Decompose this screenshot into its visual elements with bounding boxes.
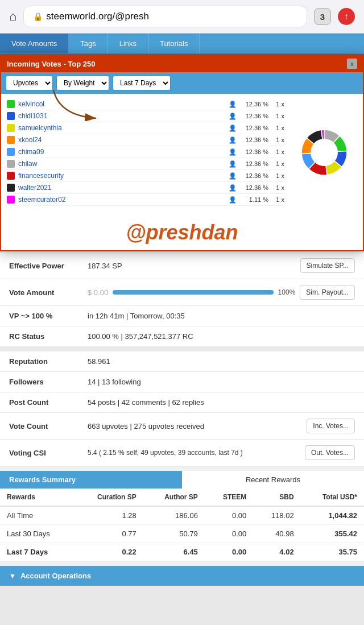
vp-row: VP ~> 100 % in 12h 41m | Tomorrow, 00:35: [0, 306, 364, 326]
upload-button[interactable]: ↑: [338, 8, 355, 25]
rewards-value: 1.28: [75, 506, 143, 525]
rewards-period: Last 7 Days: [0, 543, 75, 561]
rewards-column-header: Rewards: [0, 489, 75, 506]
vote-username[interactable]: chidi1031: [18, 112, 225, 120]
vote-list: kelvincol 👤 12.36 % 1 x chidi1031 👤 12.3…: [6, 98, 286, 206]
inc-votes-button[interactable]: Inc. Votes...: [307, 419, 355, 433]
stats-section: Effective Power 187.34 SP Simulate SP...…: [0, 253, 364, 466]
account-operations-bar[interactable]: ▼ Account Operations: [0, 566, 364, 586]
rewards-value: 186.06: [143, 506, 205, 525]
popup-close-button[interactable]: x: [347, 59, 357, 69]
vote-list-item: samuelcynthia 👤 12.36 % 1 x: [6, 122, 286, 134]
vote-progress-fill: [113, 290, 273, 295]
vote-username[interactable]: financesecurity: [18, 172, 225, 180]
voting-csi-value: 5.4 ( 2.15 % self, 49 upvotes, 39 accoun…: [88, 449, 300, 457]
vote-count-value: 663 upvotes | 275 upvotes received: [88, 422, 302, 431]
vote-percentage: 12.36 %: [240, 148, 268, 155]
vote-amount-label: Vote Amount: [9, 288, 83, 297]
rewards-column-header: Author SP: [143, 489, 205, 506]
tab-tutorials[interactable]: Tutorials: [148, 34, 200, 53]
tab-count-badge[interactable]: 3: [314, 8, 331, 25]
vote-username[interactable]: samuelcynthia: [18, 124, 225, 132]
rewards-column-header: STEEM: [205, 489, 253, 506]
vote-list-item: chidi1031 👤 12.36 % 1 x: [6, 110, 286, 122]
vote-percentage: 12.36 %: [240, 160, 268, 167]
rc-value: 100.00 % | 357,247,521,377 RC: [88, 332, 355, 341]
account-ops-label: Account Operations: [20, 572, 91, 580]
home-icon[interactable]: ⌂: [9, 9, 16, 24]
vote-count-row: Vote Count 663 upvotes | 275 upvotes rec…: [0, 413, 364, 440]
url-text: steemworld.org/@presh: [46, 11, 149, 22]
rewards-column-header: Total USD*: [301, 489, 364, 506]
effective-power-row: Effective Power 187.34 SP Simulate SP...: [0, 253, 364, 279]
vote-color-swatch: [7, 172, 15, 180]
popup-header: Incoming Votes - Top 250 x: [1, 55, 363, 72]
rewards-value: 0.00: [205, 506, 253, 525]
upload-icon: ↑: [344, 11, 349, 22]
effective-power-label: Effective Power: [9, 262, 83, 270]
reputation-label: Reputation: [9, 357, 83, 366]
vote-username[interactable]: walter2021: [18, 184, 225, 192]
rewards-value: 1,044.82: [301, 506, 364, 525]
voting-csi-label: Voting CSI: [9, 449, 83, 457]
popup-body: kelvincol 👤 12.36 % 1 x chidi1031 👤 12.3…: [1, 94, 363, 210]
donut-chart: [290, 98, 358, 206]
vote-count-label: Vote Count: [9, 422, 83, 431]
sim-payout-button[interactable]: Sim. Payout...: [300, 285, 355, 300]
person-icon: 👤: [229, 172, 237, 180]
vote-count: 1 x: [272, 196, 284, 203]
vote-username[interactable]: steemcurator02: [18, 196, 225, 204]
vote-amount-row: Vote Amount $ 0.00 100% Sim. Payout...: [0, 279, 364, 306]
vote-amount-pct: 100%: [278, 288, 296, 296]
rewards-value: 40.98: [253, 525, 300, 543]
incoming-votes-popup: Incoming Votes - Top 250 x Upvotes By We…: [0, 54, 364, 251]
vote-amount-value: $ 0.00: [88, 288, 108, 297]
browser-bar: ⌂ 🔒 steemworld.org/@presh 3 ↑: [0, 0, 364, 34]
out-votes-button[interactable]: Out. Votes...: [305, 445, 355, 460]
vote-color-swatch: [7, 136, 15, 144]
vote-color-swatch: [7, 160, 15, 168]
effective-power-value: 187.34 SP: [88, 262, 296, 270]
tab-links[interactable]: Links: [108, 34, 148, 53]
reputation-value: 58.961: [88, 357, 355, 366]
rewards-column-header: Curation SP: [75, 489, 143, 506]
rewards-table-row: Last 7 Days0.226.450.004.0235.75: [0, 543, 364, 561]
rewards-value: 0.77: [75, 525, 143, 543]
followers-value: 14 | 13 following: [88, 378, 355, 386]
tab-vote-amounts[interactable]: Vote Amounts: [0, 34, 69, 53]
vote-percentage: 12.36 %: [240, 136, 268, 143]
vote-count: 1 x: [272, 184, 284, 191]
separator-1: [0, 347, 364, 351]
person-icon: 👤: [229, 113, 237, 120]
popup-title: Incoming Votes - Top 250: [7, 60, 96, 68]
vote-count: 1 x: [272, 125, 284, 131]
url-bar[interactable]: 🔒 steemworld.org/@presh: [23, 6, 307, 27]
vote-username[interactable]: chima09: [18, 148, 225, 156]
vote-username[interactable]: xkool24: [18, 136, 225, 144]
weight-select[interactable]: By Weight: [56, 76, 109, 90]
vote-username[interactable]: kelvincol: [18, 100, 225, 108]
vote-list-item: steemcurator02 👤 1.11 % 1 x: [6, 194, 286, 206]
vote-count: 1 x: [272, 148, 284, 155]
vote-list-item: walter2021 👤 12.36 % 1 x: [6, 182, 286, 194]
vote-count: 1 x: [272, 113, 284, 119]
vote-type-select[interactable]: Upvotes: [6, 76, 53, 90]
vote-list-item: xkool24 👤 12.36 % 1 x: [6, 134, 286, 146]
rewards-section: Rewards Summary Recent Rewards RewardsCu…: [0, 471, 364, 561]
rewards-column-header: SBD: [253, 489, 300, 506]
simulate-sp-button[interactable]: Simulate SP...: [300, 258, 355, 273]
rewards-value: 50.79: [143, 525, 205, 543]
person-icon: 👤: [229, 148, 237, 156]
tab-tags[interactable]: Tags: [69, 34, 107, 53]
vote-percentage: 12.36 %: [240, 125, 268, 131]
rewards-value: 4.02: [253, 543, 300, 561]
svg-point-1: [311, 139, 338, 166]
vote-color-swatch: [7, 124, 15, 132]
chevron-down-icon: ▼: [9, 572, 16, 580]
vp-value: in 12h 41m | Tomorrow, 00:35: [88, 312, 355, 320]
post-count-value: 54 posts | 42 comments | 62 replies: [88, 398, 355, 407]
vote-percentage: 12.36 %: [240, 113, 268, 119]
days-select[interactable]: Last 7 Days: [113, 76, 171, 90]
rewards-table: RewardsCuration SPAuthor SPSTEEMSBDTotal…: [0, 489, 364, 561]
vote-username[interactable]: chilaw: [18, 160, 225, 168]
